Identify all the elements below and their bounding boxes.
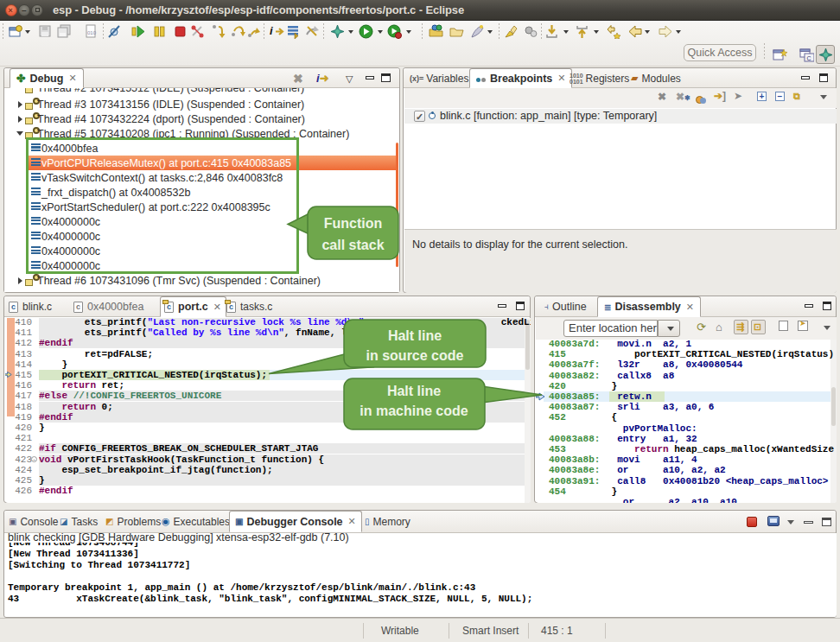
svg-text:Halt line: Halt line [387, 384, 441, 398]
svg-text:C: C [807, 55, 811, 61]
svg-text:in source code: in source code [366, 348, 464, 363]
svg-text:Function: Function [324, 216, 383, 231]
svg-text:in machine code: in machine code [360, 404, 468, 418]
svg-text:010: 010 [87, 30, 97, 35]
svg-text:call stack: call stack [321, 238, 384, 252]
svg-text:Halt line: Halt line [388, 328, 442, 343]
